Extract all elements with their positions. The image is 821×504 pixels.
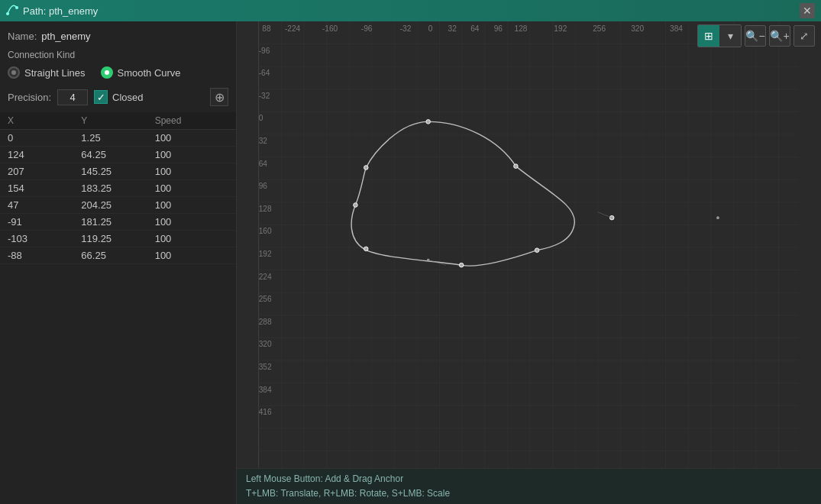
svg-text:320: 320	[631, 24, 644, 33]
canvas-toolbar: ⊞ ▾ 🔍− 🔍+ ⤢	[697, 24, 815, 47]
path-icon	[6, 5, 18, 17]
radio-row: Straight Lines Smooth Curve	[0, 65, 236, 85]
table-rows: 0 1.25 100 124 64.25 100 207 145.25 100 …	[0, 130, 236, 504]
main-layout: Name: pth_enemy Connection Kind Straight…	[0, 21, 821, 504]
cell-y: 66.25	[81, 250, 154, 261]
cell-x: -91	[8, 216, 81, 228]
cell-x: 47	[8, 199, 81, 211]
svg-text:-32: -32	[259, 92, 270, 100]
grid-svg: 88 -224 -160 -96 -32 0 32 64 96 128 192 …	[237, 21, 821, 468]
svg-text:88: 88	[262, 24, 271, 33]
svg-text:160: 160	[259, 227, 272, 235]
svg-text:128: 128	[259, 205, 272, 213]
svg-text:96: 96	[259, 182, 268, 190]
cell-y: 181.25	[81, 216, 154, 228]
status-line-1: Left Mouse Button: Add & Drag Anchor	[246, 472, 812, 486]
cell-speed: 100	[155, 199, 228, 211]
canvas-area: ⊞ ▾ 🔍− 🔍+ ⤢	[237, 21, 821, 504]
svg-point-0	[6, 12, 9, 15]
radio-straight-label: Straight Lines	[24, 67, 86, 79]
svg-point-86	[364, 166, 369, 170]
title-bar-left: Path: pth_enemy	[6, 5, 98, 17]
cell-speed: 100	[155, 250, 228, 261]
status-line-2: T+LMB: Translate, R+LMB: Rotate, S+LMB: …	[246, 486, 812, 501]
cell-y: 64.25	[81, 149, 154, 160]
zoom-out-button[interactable]: 🔍−	[745, 25, 766, 47]
cell-x: -88	[8, 250, 81, 261]
table-row[interactable]: 0 1.25 100	[0, 130, 236, 147]
cell-x: 0	[8, 132, 81, 144]
svg-text:-96: -96	[361, 24, 373, 33]
left-panel: Name: pth_enemy Connection Kind Straight…	[0, 21, 237, 504]
svg-text:0: 0	[259, 114, 263, 122]
table-row[interactable]: 154 183.25 100	[0, 180, 236, 197]
cell-x: 124	[8, 149, 81, 160]
precision-input[interactable]	[57, 89, 88, 105]
name-label: Name:	[8, 31, 37, 42]
grid-button[interactable]: ⊞	[698, 25, 719, 47]
svg-text:288: 288	[259, 318, 272, 326]
table-row[interactable]: 124 64.25 100	[0, 147, 236, 163]
grid-canvas[interactable]: 88 -224 -160 -96 -32 0 32 64 96 128 192 …	[237, 21, 821, 468]
cell-x: 154	[8, 183, 81, 194]
table-row[interactable]: 207 145.25 100	[0, 163, 236, 180]
cell-speed: 100	[155, 233, 228, 244]
svg-text:352: 352	[259, 363, 272, 371]
table-row[interactable]: 47 204.25 100	[0, 197, 236, 214]
cell-y: 1.25	[81, 132, 154, 144]
cell-x: -103	[8, 233, 81, 244]
svg-text:192: 192	[554, 24, 567, 33]
radio-smooth[interactable]: Smooth Curve	[101, 66, 181, 79]
svg-text:256: 256	[593, 24, 606, 33]
svg-text:416: 416	[259, 408, 272, 416]
col-header-speed: Speed	[155, 115, 228, 126]
svg-text:32: 32	[259, 137, 268, 145]
grid-button-group: ⊞ ▾	[697, 24, 742, 47]
fit-icon: ⤢	[800, 30, 809, 42]
radio-smooth-label: Smooth Curve	[118, 67, 181, 79]
name-row: Name: pth_enemy	[0, 27, 236, 48]
name-value: pth_enemy	[41, 31, 90, 42]
svg-text:0: 0	[428, 24, 433, 33]
connection-kind-label: Connection Kind	[0, 48, 236, 65]
grid-dropdown-button[interactable]: ▾	[719, 25, 741, 47]
closed-label: Closed	[112, 92, 143, 103]
svg-text:-64: -64	[259, 69, 270, 77]
zoom-in-button[interactable]: 🔍+	[769, 25, 790, 47]
checkbox-check-icon: ✓	[97, 92, 105, 102]
svg-text:-160: -160	[322, 24, 338, 33]
cell-speed: 100	[155, 132, 228, 144]
svg-point-85	[354, 203, 358, 208]
close-button[interactable]: ✕	[800, 3, 815, 18]
cell-speed: 100	[155, 166, 228, 177]
svg-point-81	[535, 248, 539, 253]
cell-y: 183.25	[81, 183, 154, 194]
table-row[interactable]: -103 119.25 100	[0, 231, 236, 247]
checkbox-area: ✓ Closed	[94, 90, 143, 104]
table-row[interactable]: -88 66.25 100	[0, 247, 236, 264]
add-point-button[interactable]: ⊕	[210, 88, 228, 106]
svg-text:-224: -224	[285, 24, 301, 33]
table-row[interactable]: -91 181.25 100	[0, 214, 236, 231]
cell-speed: 100	[155, 149, 228, 160]
svg-point-84	[364, 247, 369, 251]
closed-checkbox[interactable]: ✓	[94, 90, 108, 104]
grid-icon: ⊞	[704, 30, 713, 42]
cell-y: 204.25	[81, 199, 154, 211]
chevron-down-icon: ▾	[728, 30, 733, 42]
svg-text:96: 96	[494, 24, 503, 33]
radio-straight[interactable]: Straight Lines	[8, 66, 86, 79]
svg-text:64: 64	[470, 24, 480, 33]
svg-rect-2	[259, 21, 800, 468]
cell-y: 119.25	[81, 233, 154, 244]
table-header: X Y Speed	[0, 112, 236, 130]
svg-text:384: 384	[259, 386, 272, 394]
radio-smooth-circle	[101, 66, 113, 79]
svg-text:384: 384	[670, 24, 683, 33]
radio-straight-circle	[8, 66, 20, 79]
svg-point-1	[15, 6, 18, 9]
precision-label: Precision:	[8, 92, 51, 103]
cell-speed: 100	[155, 216, 228, 228]
fit-button[interactable]: ⤢	[794, 25, 815, 47]
zoom-out-icon: 🔍−	[745, 30, 764, 42]
